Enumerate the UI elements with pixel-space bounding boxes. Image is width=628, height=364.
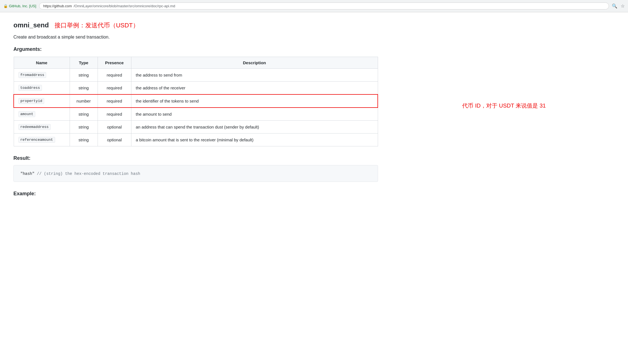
- result-heading: Result:: [13, 155, 378, 161]
- arguments-table: Name Type Presence Description fromaddre…: [13, 57, 378, 146]
- col-header-description: Description: [131, 57, 378, 69]
- bookmark-icon[interactable]: ☆: [621, 3, 625, 9]
- param-name: amount: [18, 111, 36, 117]
- page-content: omni_send 接口举例：发送代币（USDT） Create and bro…: [0, 12, 391, 210]
- search-icon[interactable]: 🔍: [612, 3, 617, 9]
- browser-action-icons: 🔍 ☆: [612, 3, 625, 9]
- param-description: the amount to send: [131, 108, 378, 121]
- param-name: propertyid: [18, 98, 44, 104]
- param-description: the address of the receiver: [131, 82, 378, 95]
- result-block: "hash" // (string) the hex-encoded trans…: [13, 165, 378, 182]
- param-presence: required: [98, 108, 131, 121]
- arguments-heading: Arguments:: [13, 46, 378, 52]
- page-subtitle: Create and broadcast a simple send trans…: [13, 35, 378, 40]
- browser-lock-indicator: 🔒 GitHub, Inc. [US]: [3, 4, 36, 8]
- col-header-presence: Presence: [98, 57, 131, 69]
- col-header-type: Type: [70, 57, 98, 69]
- chinese-annotation: 代币 ID，对于 USDT 来说值是 31: [462, 102, 546, 110]
- param-description: an address that can spend the transactio…: [131, 121, 378, 134]
- param-presence: optional: [98, 121, 131, 134]
- param-description: a bitcoin amount that is sent to the rec…: [131, 134, 378, 146]
- param-type: number: [70, 94, 98, 108]
- param-description: the address to send from: [131, 69, 378, 82]
- example-heading: Example:: [13, 191, 378, 197]
- table-row: fromaddressstringrequiredthe address to …: [14, 69, 378, 82]
- param-type: string: [70, 108, 98, 121]
- param-presence: optional: [98, 134, 131, 146]
- col-header-name: Name: [14, 57, 70, 69]
- table-row: referenceamountstringoptionala bitcoin a…: [14, 134, 378, 146]
- result-code: "hash" // (string) the hex-encoded trans…: [20, 172, 140, 176]
- page-title: omni_send: [13, 21, 49, 29]
- param-description: the identifier of the tokens to send: [131, 94, 378, 108]
- browser-org-label: GitHub, Inc. [US]: [9, 4, 36, 8]
- table-row: toaddressstringrequiredthe address of th…: [14, 82, 378, 95]
- browser-bar: 🔒 GitHub, Inc. [US] https://github.com /…: [0, 0, 628, 12]
- table-row: amountstringrequiredthe amount to send: [14, 108, 378, 121]
- param-name: redeemaddress: [18, 124, 51, 130]
- param-type: string: [70, 69, 98, 82]
- url-path: /OmniLayer/omnicore/blob/master/src/omni…: [74, 4, 175, 8]
- table-row: redeemaddressstringoptionalan address th…: [14, 121, 378, 134]
- param-name: fromaddress: [18, 72, 46, 78]
- url-bar[interactable]: https://github.com /OmniLayer/omnicore/b…: [39, 3, 609, 9]
- table-row: propertyidnumberrequiredthe identifier o…: [14, 94, 378, 108]
- param-type: string: [70, 121, 98, 134]
- url-domain: https://github.com: [43, 4, 72, 8]
- lock-icon: 🔒: [3, 4, 8, 8]
- param-presence: required: [98, 94, 131, 108]
- param-type: string: [70, 134, 98, 146]
- table-header-row: Name Type Presence Description: [14, 57, 378, 69]
- table-wrapper: Name Type Presence Description fromaddre…: [13, 57, 378, 146]
- param-name: toaddress: [18, 85, 42, 91]
- title-area: omni_send 接口举例：发送代币（USDT）: [13, 21, 378, 30]
- param-presence: required: [98, 82, 131, 95]
- param-presence: required: [98, 69, 131, 82]
- param-name: referenceamount: [18, 137, 55, 143]
- page-title-chinese: 接口举例：发送代币（USDT）: [55, 21, 139, 30]
- param-type: string: [70, 82, 98, 95]
